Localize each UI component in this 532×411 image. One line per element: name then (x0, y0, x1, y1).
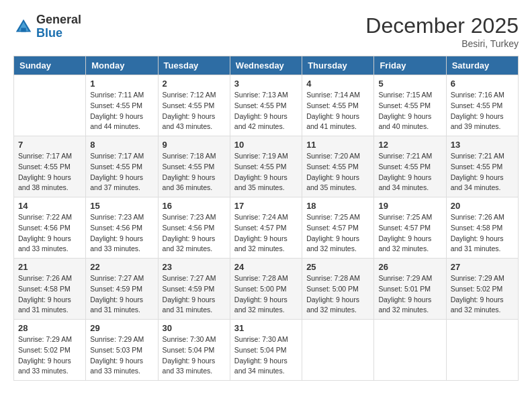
sunrise: Sunrise: 7:23 AM (163, 213, 216, 221)
day-info: Sunrise: 7:29 AM Sunset: 5:02 PM Dayligh… (451, 273, 514, 316)
day-number: 10 (234, 140, 298, 150)
sunset: Sunset: 4:57 PM (378, 224, 431, 232)
daylight: Daylight: 9 hours and 31 minutes. (163, 295, 216, 314)
calendar-week-1: 1 Sunrise: 7:11 AM Sunset: 4:55 PM Dayli… (14, 75, 519, 136)
sunrise: Sunrise: 7:20 AM (306, 152, 360, 160)
calendar-cell: 10 Sunrise: 7:19 AM Sunset: 4:55 PM Dayl… (230, 136, 302, 197)
day-number: 23 (163, 262, 226, 272)
calendar-cell: 18 Sunrise: 7:25 AM Sunset: 4:57 PM Dayl… (302, 197, 374, 259)
calendar-cell: 25 Sunrise: 7:28 AM Sunset: 5:00 PM Dayl… (302, 259, 374, 320)
sunset: Sunset: 4:57 PM (306, 224, 359, 232)
day-number: 31 (234, 323, 298, 333)
calendar-cell: 2 Sunrise: 7:12 AM Sunset: 4:55 PM Dayli… (158, 75, 230, 136)
day-number: 17 (234, 201, 298, 211)
day-number: 12 (378, 140, 441, 150)
day-info: Sunrise: 7:24 AM Sunset: 4:57 PM Dayligh… (234, 212, 298, 255)
day-number: 14 (18, 201, 81, 211)
daylight: Daylight: 9 hours and 34 minutes. (234, 357, 287, 375)
location: Besiri, Turkey (365, 38, 519, 49)
sunrise: Sunrise: 7:28 AM (306, 274, 360, 282)
calendar-cell: 6 Sunrise: 7:16 AM Sunset: 4:55 PM Dayli… (446, 75, 518, 136)
daylight: Daylight: 9 hours and 32 minutes. (306, 295, 359, 314)
calendar-cell: 16 Sunrise: 7:23 AM Sunset: 4:56 PM Dayl… (158, 197, 230, 259)
day-info: Sunrise: 7:22 AM Sunset: 4:56 PM Dayligh… (18, 212, 81, 255)
sunrise: Sunrise: 7:24 AM (234, 213, 288, 221)
sunset: Sunset: 4:58 PM (18, 285, 71, 293)
day-info: Sunrise: 7:27 AM Sunset: 4:59 PM Dayligh… (163, 273, 226, 316)
sunset: Sunset: 4:59 PM (163, 285, 215, 293)
calendar-cell: 13 Sunrise: 7:21 AM Sunset: 4:55 PM Dayl… (446, 136, 518, 197)
day-info: Sunrise: 7:17 AM Sunset: 4:55 PM Dayligh… (90, 151, 153, 193)
sunset: Sunset: 4:55 PM (451, 163, 503, 171)
column-header-tuesday: Tuesday (158, 56, 230, 75)
day-info: Sunrise: 7:15 AM Sunset: 4:55 PM Dayligh… (378, 90, 441, 132)
sunrise: Sunrise: 7:17 AM (18, 152, 72, 160)
sunset: Sunset: 4:56 PM (163, 224, 215, 232)
day-number: 30 (163, 323, 226, 333)
sunrise: Sunrise: 7:29 AM (90, 335, 144, 343)
calendar-cell: 3 Sunrise: 7:13 AM Sunset: 4:55 PM Dayli… (230, 75, 302, 136)
daylight: Daylight: 9 hours and 33 minutes. (90, 234, 143, 253)
daylight: Daylight: 9 hours and 42 minutes. (234, 112, 287, 131)
day-info: Sunrise: 7:29 AM Sunset: 5:02 PM Dayligh… (18, 334, 81, 377)
day-number: 6 (451, 79, 514, 89)
sunset: Sunset: 4:55 PM (90, 101, 142, 109)
day-number: 20 (451, 201, 514, 211)
sunset: Sunset: 4:58 PM (451, 224, 503, 232)
sunrise: Sunrise: 7:22 AM (18, 213, 72, 221)
calendar-cell: 30 Sunrise: 7:30 AM Sunset: 5:04 PM Dayl… (158, 320, 230, 381)
day-number: 7 (18, 140, 81, 150)
sunrise: Sunrise: 7:30 AM (234, 335, 288, 343)
day-number: 5 (378, 79, 441, 89)
calendar-week-4: 21 Sunrise: 7:26 AM Sunset: 4:58 PM Dayl… (14, 259, 519, 320)
calendar-cell: 17 Sunrise: 7:24 AM Sunset: 4:57 PM Dayl… (230, 197, 302, 259)
day-info: Sunrise: 7:26 AM Sunset: 4:58 PM Dayligh… (451, 212, 514, 255)
calendar-cell: 26 Sunrise: 7:29 AM Sunset: 5:01 PM Dayl… (374, 259, 446, 320)
page-header: General Blue December 2025 Besiri, Turke… (13, 13, 519, 49)
sunset: Sunset: 5:03 PM (90, 346, 142, 354)
day-info: Sunrise: 7:17 AM Sunset: 4:55 PM Dayligh… (18, 151, 81, 193)
daylight: Daylight: 9 hours and 40 minutes. (378, 112, 431, 131)
calendar-cell (14, 75, 86, 136)
day-info: Sunrise: 7:25 AM Sunset: 4:57 PM Dayligh… (306, 212, 369, 255)
sunset: Sunset: 4:57 PM (234, 224, 287, 232)
sunset: Sunset: 4:55 PM (306, 163, 359, 171)
day-number: 1 (90, 79, 153, 89)
calendar-table: SundayMondayTuesdayWednesdayThursdayFrid… (13, 56, 519, 381)
daylight: Daylight: 9 hours and 32 minutes. (234, 295, 287, 314)
logo-general-text: General (36, 13, 81, 27)
day-info: Sunrise: 7:21 AM Sunset: 4:55 PM Dayligh… (451, 151, 514, 193)
daylight: Daylight: 9 hours and 34 minutes. (451, 173, 504, 192)
sunset: Sunset: 5:02 PM (18, 346, 71, 354)
calendar-cell: 1 Sunrise: 7:11 AM Sunset: 4:55 PM Dayli… (86, 75, 158, 136)
sunrise: Sunrise: 7:18 AM (163, 152, 216, 160)
calendar-cell: 23 Sunrise: 7:27 AM Sunset: 4:59 PM Dayl… (158, 259, 230, 320)
day-number: 19 (378, 201, 441, 211)
day-number: 9 (163, 140, 226, 150)
day-info: Sunrise: 7:25 AM Sunset: 4:57 PM Dayligh… (378, 212, 441, 255)
day-number: 27 (451, 262, 514, 272)
title-block: December 2025 Besiri, Turkey (365, 13, 519, 49)
sunrise: Sunrise: 7:29 AM (18, 335, 72, 343)
column-header-sunday: Sunday (14, 56, 86, 75)
sunset: Sunset: 4:55 PM (306, 101, 359, 109)
sunset: Sunset: 4:56 PM (18, 224, 71, 232)
calendar-cell: 7 Sunrise: 7:17 AM Sunset: 4:55 PM Dayli… (14, 136, 86, 197)
daylight: Daylight: 9 hours and 33 minutes. (90, 357, 143, 375)
daylight: Daylight: 9 hours and 38 minutes. (18, 173, 71, 192)
sunset: Sunset: 5:01 PM (378, 285, 431, 293)
sunset: Sunset: 5:04 PM (234, 346, 287, 354)
sunrise: Sunrise: 7:26 AM (18, 274, 72, 282)
calendar-cell: 12 Sunrise: 7:21 AM Sunset: 4:55 PM Dayl… (374, 136, 446, 197)
day-number: 11 (306, 140, 369, 150)
sunrise: Sunrise: 7:15 AM (378, 91, 432, 99)
day-info: Sunrise: 7:29 AM Sunset: 5:01 PM Dayligh… (378, 273, 441, 316)
daylight: Daylight: 9 hours and 35 minutes. (234, 173, 287, 192)
day-info: Sunrise: 7:16 AM Sunset: 4:55 PM Dayligh… (451, 90, 514, 132)
sunset: Sunset: 4:55 PM (163, 163, 215, 171)
day-info: Sunrise: 7:23 AM Sunset: 4:56 PM Dayligh… (90, 212, 153, 255)
day-number: 24 (234, 262, 298, 272)
sunset: Sunset: 5:00 PM (234, 285, 287, 293)
day-number: 16 (163, 201, 226, 211)
sunrise: Sunrise: 7:27 AM (90, 274, 144, 282)
